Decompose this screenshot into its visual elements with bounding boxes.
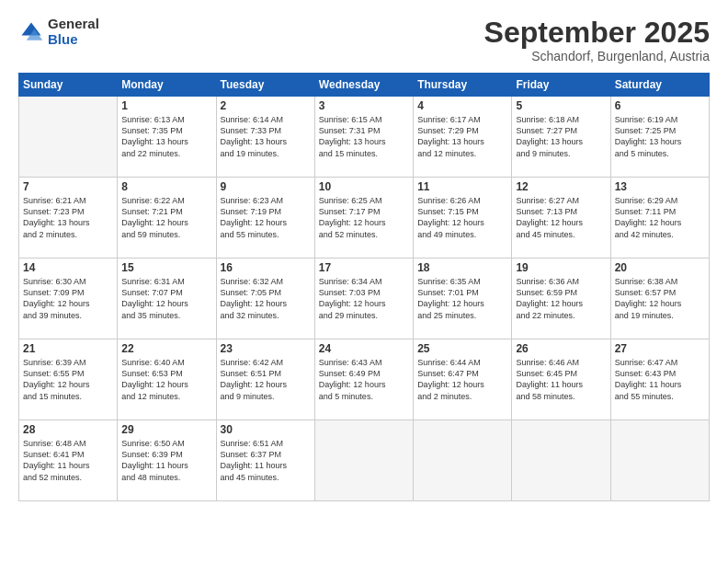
day-info: Sunrise: 6:17 AM Sunset: 7:29 PM Dayligh…	[417, 114, 507, 159]
day-number: 5	[516, 99, 606, 112]
calendar-cell: 6Sunrise: 6:19 AM Sunset: 7:25 PM Daylig…	[610, 97, 709, 178]
day-info: Sunrise: 6:44 AM Sunset: 6:47 PM Dayligh…	[417, 357, 507, 402]
calendar-cell: 1Sunrise: 6:13 AM Sunset: 7:35 PM Daylig…	[118, 97, 216, 178]
day-number: 24	[319, 342, 409, 355]
day-number: 13	[615, 180, 705, 193]
day-number: 30	[221, 423, 311, 436]
day-info: Sunrise: 6:18 AM Sunset: 7:27 PM Dayligh…	[516, 114, 606, 159]
day-info: Sunrise: 6:50 AM Sunset: 6:39 PM Dayligh…	[121, 438, 211, 483]
logo-blue-text: Blue	[48, 32, 99, 48]
calendar-cell: 22Sunrise: 6:40 AM Sunset: 6:53 PM Dayli…	[118, 339, 216, 420]
calendar-cell: 8Sunrise: 6:22 AM Sunset: 7:21 PM Daylig…	[118, 178, 216, 259]
day-header-wednesday: Wednesday	[314, 74, 413, 97]
calendar-cell: 17Sunrise: 6:34 AM Sunset: 7:03 PM Dayli…	[314, 259, 413, 339]
day-info: Sunrise: 6:36 AM Sunset: 6:59 PM Dayligh…	[516, 276, 606, 321]
calendar-cell: 10Sunrise: 6:25 AM Sunset: 7:17 PM Dayli…	[314, 178, 413, 259]
day-info: Sunrise: 6:14 AM Sunset: 7:33 PM Dayligh…	[221, 114, 311, 159]
week-row-1: 7Sunrise: 6:21 AM Sunset: 7:23 PM Daylig…	[19, 178, 710, 259]
week-row-4: 28Sunrise: 6:48 AM Sunset: 6:41 PM Dayli…	[19, 420, 710, 501]
logo-general-text: General	[48, 17, 99, 32]
week-row-3: 21Sunrise: 6:39 AM Sunset: 6:55 PM Dayli…	[19, 339, 710, 420]
day-info: Sunrise: 6:35 AM Sunset: 7:01 PM Dayligh…	[417, 276, 507, 321]
week-row-0: 1Sunrise: 6:13 AM Sunset: 7:35 PM Daylig…	[19, 97, 710, 178]
day-header-tuesday: Tuesday	[216, 74, 314, 97]
calendar-cell: 2Sunrise: 6:14 AM Sunset: 7:33 PM Daylig…	[216, 97, 314, 178]
day-info: Sunrise: 6:40 AM Sunset: 6:53 PM Dayligh…	[121, 357, 211, 402]
day-info: Sunrise: 6:13 AM Sunset: 7:35 PM Dayligh…	[121, 114, 211, 159]
day-header-thursday: Thursday	[414, 74, 512, 97]
calendar-cell: 13Sunrise: 6:29 AM Sunset: 7:11 PM Dayli…	[610, 178, 709, 259]
day-number: 28	[23, 423, 113, 436]
day-info: Sunrise: 6:30 AM Sunset: 7:09 PM Dayligh…	[23, 276, 113, 321]
day-number: 7	[23, 180, 113, 193]
day-info: Sunrise: 6:19 AM Sunset: 7:25 PM Dayligh…	[615, 114, 705, 159]
calendar-cell	[314, 420, 413, 501]
day-info: Sunrise: 6:15 AM Sunset: 7:31 PM Dayligh…	[319, 114, 409, 159]
day-header-monday: Monday	[118, 74, 216, 97]
day-number: 12	[516, 180, 606, 193]
calendar-cell	[512, 420, 610, 501]
calendar-cell: 9Sunrise: 6:23 AM Sunset: 7:19 PM Daylig…	[216, 178, 314, 259]
day-info: Sunrise: 6:31 AM Sunset: 7:07 PM Dayligh…	[121, 276, 211, 321]
day-info: Sunrise: 6:48 AM Sunset: 6:41 PM Dayligh…	[23, 438, 113, 483]
calendar-cell: 18Sunrise: 6:35 AM Sunset: 7:01 PM Dayli…	[414, 259, 512, 339]
logo-text: General Blue	[48, 17, 99, 47]
calendar-cell: 16Sunrise: 6:32 AM Sunset: 7:05 PM Dayli…	[216, 259, 314, 339]
calendar-cell: 24Sunrise: 6:43 AM Sunset: 6:49 PM Dayli…	[314, 339, 413, 420]
calendar-cell: 12Sunrise: 6:27 AM Sunset: 7:13 PM Dayli…	[512, 178, 610, 259]
calendar-cell: 25Sunrise: 6:44 AM Sunset: 6:47 PM Dayli…	[414, 339, 512, 420]
header: General Blue September 2025 Schandorf, B…	[18, 17, 710, 63]
calendar-cell: 29Sunrise: 6:50 AM Sunset: 6:39 PM Dayli…	[118, 420, 216, 501]
calendar-table: SundayMondayTuesdayWednesdayThursdayFrid…	[18, 73, 710, 501]
day-number: 14	[23, 261, 113, 274]
calendar-cell: 3Sunrise: 6:15 AM Sunset: 7:31 PM Daylig…	[314, 97, 413, 178]
day-info: Sunrise: 6:34 AM Sunset: 7:03 PM Dayligh…	[319, 276, 409, 321]
calendar-cell: 23Sunrise: 6:42 AM Sunset: 6:51 PM Dayli…	[216, 339, 314, 420]
day-number: 8	[121, 180, 211, 193]
page: General Blue September 2025 Schandorf, B…	[0, 0, 728, 563]
day-number: 21	[23, 342, 113, 355]
day-number: 19	[516, 261, 606, 274]
day-number: 27	[615, 342, 705, 355]
day-header-saturday: Saturday	[610, 74, 709, 97]
day-number: 15	[121, 261, 211, 274]
day-info: Sunrise: 6:23 AM Sunset: 7:19 PM Dayligh…	[221, 195, 311, 240]
day-info: Sunrise: 6:25 AM Sunset: 7:17 PM Dayligh…	[319, 195, 409, 240]
day-header-sunday: Sunday	[19, 74, 118, 97]
calendar-cell: 30Sunrise: 6:51 AM Sunset: 6:37 PM Dayli…	[216, 420, 314, 501]
day-number: 26	[516, 342, 606, 355]
day-number: 29	[121, 423, 211, 436]
calendar-cell: 15Sunrise: 6:31 AM Sunset: 7:07 PM Dayli…	[118, 259, 216, 339]
day-number: 16	[221, 261, 311, 274]
day-info: Sunrise: 6:26 AM Sunset: 7:15 PM Dayligh…	[417, 195, 507, 240]
title-block: September 2025 Schandorf, Burgenland, Au…	[484, 17, 710, 63]
header-row: SundayMondayTuesdayWednesdayThursdayFrid…	[19, 74, 710, 97]
day-number: 23	[221, 342, 311, 355]
day-info: Sunrise: 6:21 AM Sunset: 7:23 PM Dayligh…	[23, 195, 113, 240]
day-number: 25	[417, 342, 507, 355]
location: Schandorf, Burgenland, Austria	[484, 49, 710, 63]
day-number: 1	[121, 99, 211, 112]
day-info: Sunrise: 6:46 AM Sunset: 6:45 PM Dayligh…	[516, 357, 606, 402]
day-info: Sunrise: 6:22 AM Sunset: 7:21 PM Dayligh…	[121, 195, 211, 240]
day-number: 20	[615, 261, 705, 274]
day-info: Sunrise: 6:47 AM Sunset: 6:43 PM Dayligh…	[615, 357, 705, 402]
logo: General Blue	[18, 17, 99, 47]
day-number: 6	[615, 99, 705, 112]
day-number: 17	[319, 261, 409, 274]
calendar-cell: 4Sunrise: 6:17 AM Sunset: 7:29 PM Daylig…	[414, 97, 512, 178]
day-number: 4	[417, 99, 507, 112]
day-number: 22	[121, 342, 211, 355]
day-number: 11	[417, 180, 507, 193]
day-info: Sunrise: 6:38 AM Sunset: 6:57 PM Dayligh…	[615, 276, 705, 321]
day-number: 3	[319, 99, 409, 112]
day-info: Sunrise: 6:39 AM Sunset: 6:55 PM Dayligh…	[23, 357, 113, 402]
day-number: 9	[221, 180, 311, 193]
calendar-cell: 27Sunrise: 6:47 AM Sunset: 6:43 PM Dayli…	[610, 339, 709, 420]
calendar-cell: 26Sunrise: 6:46 AM Sunset: 6:45 PM Dayli…	[512, 339, 610, 420]
calendar-cell: 11Sunrise: 6:26 AM Sunset: 7:15 PM Dayli…	[414, 178, 512, 259]
calendar-cell	[19, 97, 118, 178]
day-info: Sunrise: 6:51 AM Sunset: 6:37 PM Dayligh…	[221, 438, 311, 483]
day-info: Sunrise: 6:27 AM Sunset: 7:13 PM Dayligh…	[516, 195, 606, 240]
calendar-cell: 19Sunrise: 6:36 AM Sunset: 6:59 PM Dayli…	[512, 259, 610, 339]
